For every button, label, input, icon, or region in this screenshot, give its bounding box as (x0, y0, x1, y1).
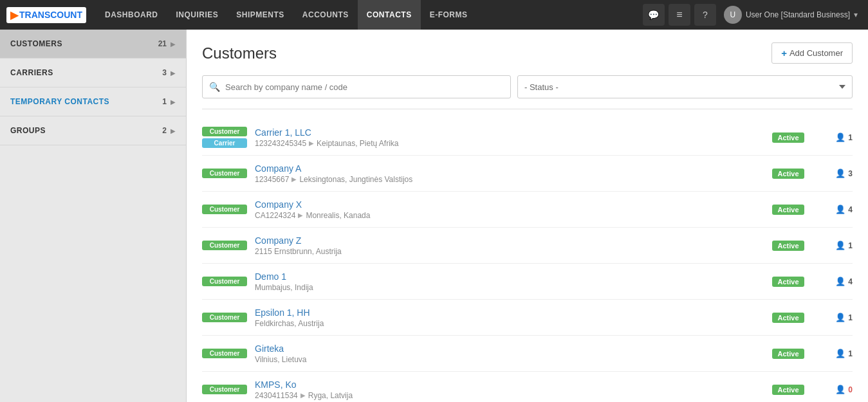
tag-carrier: Carrier (202, 138, 247, 148)
arrow-icon: ▶ (298, 212, 303, 219)
badges-column: Customer (202, 277, 247, 286)
add-customer-button[interactable]: + Add Customer (771, 42, 853, 64)
contacts-count: 3 (848, 169, 853, 178)
company-sub: CA1224324 ▶ Monrealis, Kanada (255, 211, 762, 220)
table-row[interactable]: CustomerCarrier Carrier 1, LLC 123243245… (202, 120, 853, 156)
tag-customer: Customer (202, 277, 247, 286)
status-column: Active (762, 205, 814, 214)
help-button[interactable]: ? (694, 4, 716, 26)
table-row[interactable]: Customer Epsilon 1, HH Feldkirchas, Aust… (202, 300, 853, 336)
help-icon: ? (703, 10, 708, 20)
status-column: Active (762, 132, 814, 142)
company-name[interactable]: Girteka (255, 343, 762, 354)
sidebar-item-customers[interactable]: CUSTOMERS 21 ▶ (0, 30, 186, 59)
status-column: Active (762, 313, 814, 322)
badges-column: Customer (202, 169, 247, 178)
company-name[interactable]: Company A (255, 163, 762, 174)
badges-column: Customer (202, 313, 247, 322)
status-column: Active (762, 169, 814, 178)
search-bar: 🔍 - Status - Active Inactive (202, 75, 853, 109)
nav-dashboard[interactable]: DASHBOARD (96, 0, 167, 30)
logo-arrow-icon: ▶ (10, 9, 18, 21)
chat-button[interactable]: 💬 (643, 4, 665, 26)
contacts-column: 👤 1 (814, 241, 853, 250)
tag-customer: Customer (202, 349, 247, 358)
status-column: Active (762, 349, 814, 358)
company-name[interactable]: Carrier 1, LLC (255, 127, 762, 138)
table-row[interactable]: Customer Demo 1 Mumbajus, Indija Active … (202, 264, 853, 300)
search-input[interactable] (225, 82, 504, 92)
company-info: Company X CA1224324 ▶ Monrealis, Kanada (255, 199, 762, 220)
arrow-icon: ▶ (309, 140, 314, 147)
company-name[interactable]: Company Z (255, 235, 762, 246)
badges-column: Customer (202, 205, 247, 214)
list-icon: ≡ (676, 9, 682, 21)
company-sub: 2115 Ernstbrunn, Austrija (255, 247, 762, 256)
sidebar-groups-badge: 2 ▶ (162, 126, 176, 135)
status-column: Active (762, 241, 814, 250)
company-location: Vilnius, Lietuva (255, 355, 307, 364)
person-icon: 👤 (835, 132, 845, 142)
company-code: 2115 Ernstbrunn, Austrija (255, 247, 342, 256)
status-badge: Active (772, 313, 804, 323)
table-row[interactable]: Customer Company X CA1224324 ▶ Monrealis… (202, 192, 853, 228)
person-icon: 👤 (835, 205, 845, 214)
tag-customer: Customer (202, 205, 247, 214)
search-icon: 🔍 (209, 82, 220, 92)
logo-text: TRANSCOUNT (19, 10, 82, 20)
table-row[interactable]: Customer Company A 12345667 ▶ Leksington… (202, 156, 853, 192)
page-title: Customers (202, 44, 277, 62)
top-navigation: ▶ TRANSCOUNT DASHBOARD INQUIRIES SHIPMEN… (0, 0, 868, 30)
company-name[interactable]: Demo 1 (255, 271, 762, 282)
nav-items: DASHBOARD INQUIRIES SHIPMENTS ACCOUNTS C… (96, 0, 643, 30)
company-sub: Mumbajus, Indija (255, 283, 762, 292)
sidebar-temporary-count: 1 (162, 97, 167, 106)
company-sub: Vilnius, Lietuva (255, 355, 762, 364)
company-info: Company Z 2115 Ernstbrunn, Austrija (255, 235, 762, 256)
company-name[interactable]: Epsilon 1, HH (255, 307, 762, 318)
company-code: 2430411534 (255, 391, 298, 400)
list-button[interactable]: ≡ (669, 4, 690, 26)
company-name[interactable]: KMPS, Ko (255, 379, 762, 390)
company-code: 12345667 (255, 175, 289, 184)
table-row[interactable]: Customer Company Z 2115 Ernstbrunn, Aust… (202, 228, 853, 264)
tag-customer: Customer (202, 241, 247, 250)
company-sub: Feldkirchas, Austrija (255, 319, 762, 328)
sidebar-item-groups[interactable]: GROUPS 2 ▶ (0, 116, 186, 145)
company-info: Demo 1 Mumbajus, Indija (255, 271, 762, 292)
contacts-column: 👤 3 (814, 169, 853, 178)
status-select[interactable]: - Status - Active Inactive (517, 75, 853, 98)
sidebar-item-carriers[interactable]: CARRIERS 3 ▶ (0, 59, 186, 87)
contacts-count: 4 (848, 205, 853, 214)
company-location: Keiptaunas, Pietų Afrika (317, 139, 398, 148)
company-info: Company A 12345667 ▶ Leksingtonas, Jungt… (255, 163, 762, 184)
table-row[interactable]: Customer KMPS, Ko 2430411534 ▶ Ryga, Lat… (202, 372, 853, 402)
badges-column: Customer (202, 385, 247, 394)
sidebar-temporary-chevron-icon: ▶ (171, 98, 176, 105)
nav-inquiries[interactable]: INQUIRIES (167, 0, 228, 30)
contacts-column: 👤 4 (814, 205, 853, 214)
table-row[interactable]: Customer Girteka Vilnius, Lietuva Active… (202, 336, 853, 372)
company-info: Girteka Vilnius, Lietuva (255, 343, 762, 364)
company-sub: 12345667 ▶ Leksingtonas, Jungtinės Valst… (255, 175, 762, 184)
contacts-column: 👤 1 (814, 349, 853, 358)
person-icon: 👤 (835, 313, 845, 322)
nav-accounts[interactable]: ACCOUNTS (293, 0, 358, 30)
logo[interactable]: ▶ TRANSCOUNT (6, 7, 86, 23)
person-icon: 👤 (835, 277, 845, 286)
nav-contacts[interactable]: CONTACTS (358, 0, 421, 30)
plus-icon: + (781, 48, 787, 59)
tag-customer: Customer (202, 127, 247, 136)
company-name[interactable]: Company X (255, 199, 762, 210)
main-layout: CUSTOMERS 21 ▶ CARRIERS 3 ▶ TEMPORARY CO… (0, 30, 868, 402)
sidebar-temporary-badge: 1 ▶ (162, 97, 176, 106)
tag-customer: Customer (202, 313, 247, 322)
add-customer-label: Add Customer (790, 48, 843, 58)
nav-shipments[interactable]: SHIPMENTS (227, 0, 293, 30)
contacts-count: 0 (848, 385, 853, 394)
nav-eforms[interactable]: E-FORMS (421, 0, 477, 30)
user-menu-button[interactable]: U User One [Standard Business] ▾ (720, 6, 862, 24)
sidebar-item-temporary-contacts[interactable]: TEMPORARY CONTACTS 1 ▶ (0, 87, 186, 116)
status-column: Active (762, 277, 814, 286)
sidebar: CUSTOMERS 21 ▶ CARRIERS 3 ▶ TEMPORARY CO… (0, 30, 187, 402)
